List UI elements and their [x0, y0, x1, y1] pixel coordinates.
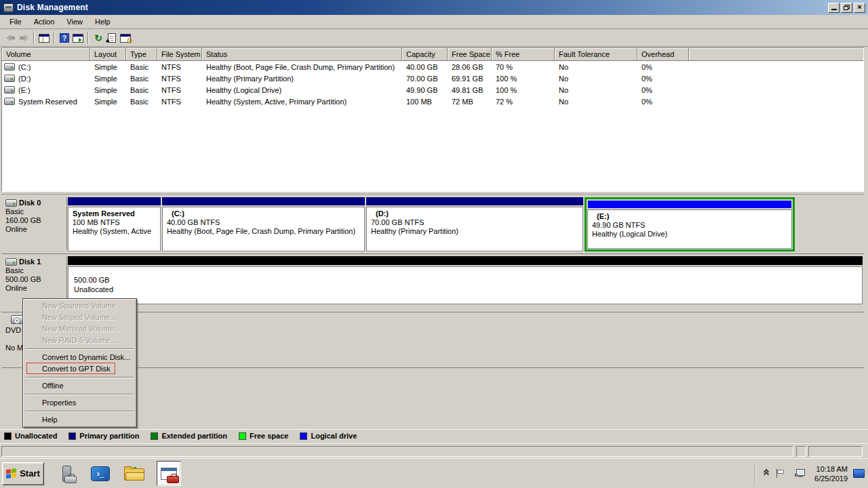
volume-icon	[4, 63, 15, 70]
volume-icon	[4, 86, 15, 94]
column-header-volume[interactable]: Volume	[2, 48, 90, 60]
taskbar: Start ›_	[0, 458, 868, 488]
menu-item-new-spanned-volume: New Spanned Volume...	[24, 300, 136, 312]
taskbar-clock[interactable]: 10:18 AM 6/25/2019	[814, 464, 848, 483]
computer-management-taskbar-button[interactable]	[157, 461, 181, 486]
legend-bar: Unallocated Primary partition Extended p…	[0, 429, 868, 442]
column-header-type[interactable]: Type	[126, 48, 157, 60]
disk1-unallocated-region[interactable]: 500.00 GB Unallocated	[68, 256, 863, 308]
column-header-capacity[interactable]: Capacity	[402, 48, 448, 60]
window-title: Disk Management	[17, 3, 88, 12]
menu-action[interactable]: Action	[28, 16, 61, 28]
title-bar: Disk Management ×	[0, 0, 868, 15]
column-header-overhead[interactable]: Overhead	[637, 48, 689, 60]
menu-help[interactable]: Help	[89, 16, 117, 28]
refresh-icon[interactable]: ↻	[92, 32, 105, 44]
volume-list-header: Volume Layout Type File System Status Ca…	[2, 48, 863, 61]
partition-system-reserved[interactable]: System Reserved 100 MB NTFS Healthy (Sys…	[68, 197, 161, 251]
show-console-tree-icon[interactable]	[37, 32, 51, 44]
menu-separator	[25, 411, 134, 412]
volume-row-c[interactable]: (C:) Simple Basic NTFS Healthy (Boot, Pa…	[2, 61, 863, 73]
volume-icon	[4, 98, 15, 105]
partition-e-selected[interactable]: (E:) 49.90 GB NTFS Healthy (Logical Driv…	[585, 197, 795, 251]
partition-d[interactable]: (D:) 70.00 GB NTFS Healthy (Primary Part…	[366, 197, 583, 251]
disk-management-icon	[3, 3, 14, 12]
windows-logo-icon	[6, 468, 17, 479]
logical-drive-bar	[588, 201, 791, 208]
show-hidden-icons-chevron[interactable]	[762, 471, 771, 476]
menu-bar: File Action View Help	[0, 15, 868, 29]
legend-swatch	[68, 432, 76, 440]
primary-partition-bar	[68, 197, 161, 205]
powershell-icon[interactable]: ›_	[89, 462, 112, 485]
system-tray: 10:18 AM 6/25/2019	[749, 459, 868, 488]
toolbar-separator	[87, 32, 89, 44]
status-panel	[1, 446, 793, 457]
legend-swatch	[239, 432, 246, 440]
disk0-label[interactable]: Disk 0 Basic 160.00 GB Online	[2, 197, 67, 250]
restore-button[interactable]	[841, 3, 852, 13]
clock-date: 6/25/2019	[814, 474, 848, 483]
close-button[interactable]: ×	[854, 3, 865, 13]
server-manager-icon[interactable]	[55, 462, 78, 485]
volume-row-system-reserved[interactable]: System Reserved Simple Basic NTFS Health…	[2, 96, 863, 107]
annotation-highlight-box	[26, 363, 115, 374]
forward-icon	[17, 32, 31, 44]
menu-file[interactable]: File	[3, 16, 28, 28]
windows-explorer-icon[interactable]	[123, 462, 146, 485]
minimize-button[interactable]	[828, 3, 840, 13]
clock-time: 10:18 AM	[814, 464, 848, 474]
disk-context-menu: New Spanned Volume... New Striped Volume…	[22, 298, 137, 428]
legend-item-unallocated: Unallocated	[4, 432, 57, 440]
menu-item-offline[interactable]: Offline	[24, 380, 136, 392]
legend-item-extended-partition: Extended partition	[151, 432, 227, 440]
legend-item-primary-partition: Primary partition	[68, 432, 139, 440]
column-header-free-space[interactable]: Free Space	[448, 48, 492, 60]
legend-item-free-space: Free space	[239, 432, 288, 440]
column-header-pct-free[interactable]: % Free	[492, 48, 555, 60]
column-header-file-system[interactable]: File System	[157, 48, 202, 60]
unallocated-bar	[68, 256, 863, 265]
legend-swatch	[300, 432, 307, 440]
action-center-flag-icon[interactable]	[776, 468, 785, 479]
menu-item-properties[interactable]: Properties	[24, 397, 136, 409]
network-icon[interactable]	[795, 468, 807, 479]
back-icon	[3, 32, 17, 44]
menu-view[interactable]: View	[60, 16, 89, 28]
volume-list: Volume Layout Type File System Status Ca…	[1, 47, 864, 192]
volume-icon	[4, 75, 15, 82]
disk-management-window: Disk Management × File Action View Help …	[0, 0, 868, 488]
menu-item-new-mirrored-volume: New Mirrored Volume...	[24, 323, 136, 335]
column-header-status[interactable]: Status	[202, 48, 402, 60]
primary-partition-bar	[366, 197, 583, 205]
toolbar-separator	[54, 32, 55, 44]
column-header-fault-tolerance[interactable]: Fault Tolerance	[555, 48, 637, 60]
toolbar-separator	[33, 32, 35, 44]
console-window-icon[interactable]: ⚙	[119, 32, 132, 44]
status-bar	[0, 443, 868, 458]
toolbar: ? ↻ ⚙	[0, 30, 868, 47]
disk0-row: Disk 0 Basic 160.00 GB Online System Res…	[1, 196, 864, 254]
legend-swatch	[151, 432, 158, 440]
volume-row-e[interactable]: (E:) Simple Basic NTFS Healthy (Logical …	[2, 84, 863, 96]
menu-separator	[25, 394, 134, 395]
menu-separator	[25, 348, 134, 350]
disk-icon	[5, 199, 17, 207]
show-action-pane-icon[interactable]	[71, 32, 85, 44]
status-panel	[796, 446, 806, 457]
volume-row-d[interactable]: (D:) Simple Basic NTFS Healthy (Primary …	[2, 73, 863, 84]
start-button[interactable]: Start	[2, 462, 44, 485]
menu-item-new-raid5-volume: New RAID-5 Volume...	[24, 335, 136, 346]
tray-separator	[755, 462, 756, 485]
partition-c[interactable]: (C:) 40.00 GB NTFS Healthy (Boot, Page F…	[162, 197, 365, 251]
properties-icon[interactable]	[105, 32, 119, 44]
column-header-layout[interactable]: Layout	[90, 48, 126, 60]
menu-item-help[interactable]: Help	[24, 414, 136, 426]
menu-item-convert-to-dynamic-disk[interactable]: Convert to Dynamic Disk...	[24, 352, 136, 363]
menu-item-new-striped-volume: New Striped Volume...	[24, 312, 136, 323]
legend-swatch	[4, 432, 12, 440]
legend-item-logical-drive: Logical drive	[300, 432, 357, 440]
show-desktop-icon[interactable]	[853, 469, 865, 478]
help-icon[interactable]: ?	[58, 32, 71, 44]
disk-icon	[5, 258, 17, 266]
